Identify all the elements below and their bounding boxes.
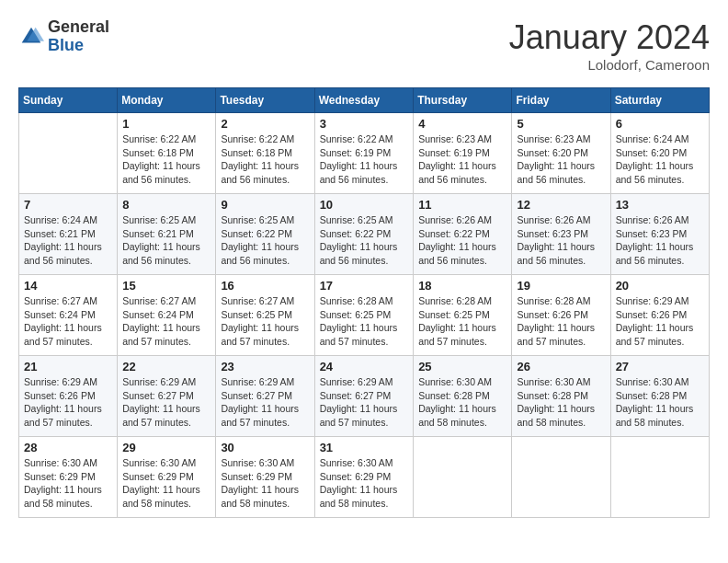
- calendar-cell: 7Sunrise: 6:24 AMSunset: 6:21 PMDaylight…: [19, 194, 118, 275]
- day-number: 2: [221, 117, 309, 131]
- day-number: 26: [517, 360, 605, 373]
- day-number: 6: [616, 117, 704, 131]
- calendar-cell: 2Sunrise: 6:22 AMSunset: 6:18 PMDaylight…: [216, 113, 314, 194]
- day-number: 4: [418, 117, 506, 131]
- calendar-title: January 2024: [509, 18, 710, 57]
- day-number: 7: [24, 198, 112, 212]
- calendar-body: 1Sunrise: 6:22 AMSunset: 6:18 PMDaylight…: [19, 113, 710, 518]
- calendar-cell: 17Sunrise: 6:28 AMSunset: 6:25 PMDayligh…: [314, 275, 414, 356]
- day-number: 16: [221, 279, 309, 293]
- page-header: General Blue January 2024 Lolodorf, Came…: [18, 18, 710, 73]
- calendar-cell: 27Sunrise: 6:30 AMSunset: 6:28 PMDayligh…: [610, 356, 709, 437]
- day-detail: Sunrise: 6:29 AMSunset: 6:27 PMDaylight:…: [122, 375, 210, 430]
- calendar-cell: [610, 437, 709, 518]
- calendar-cell: 10Sunrise: 6:25 AMSunset: 6:22 PMDayligh…: [314, 194, 414, 275]
- calendar-header: SundayMondayTuesdayWednesdayThursdayFrid…: [19, 88, 710, 113]
- calendar-cell: 16Sunrise: 6:27 AMSunset: 6:25 PMDayligh…: [216, 275, 314, 356]
- day-detail: Sunrise: 6:28 AMSunset: 6:25 PMDaylight:…: [320, 294, 409, 349]
- calendar-cell: 12Sunrise: 6:26 AMSunset: 6:23 PMDayligh…: [512, 194, 610, 275]
- logo-blue: Blue: [48, 37, 109, 55]
- calendar-cell: 3Sunrise: 6:22 AMSunset: 6:19 PMDaylight…: [314, 113, 414, 194]
- day-detail: Sunrise: 6:30 AMSunset: 6:29 PMDaylight:…: [122, 456, 210, 511]
- day-number: 18: [418, 279, 506, 293]
- logo-general: General: [48, 18, 109, 37]
- calendar-location: Lolodorf, Cameroon: [509, 57, 710, 73]
- day-number: 27: [616, 360, 704, 373]
- day-number: 19: [517, 279, 605, 293]
- calendar-cell: 13Sunrise: 6:26 AMSunset: 6:23 PMDayligh…: [610, 194, 709, 275]
- day-number: 21: [24, 360, 112, 373]
- calendar-cell: 30Sunrise: 6:30 AMSunset: 6:29 PMDayligh…: [216, 437, 314, 518]
- day-number: 25: [418, 360, 506, 373]
- day-detail: Sunrise: 6:28 AMSunset: 6:26 PMDaylight:…: [517, 294, 605, 349]
- weekday-header: Tuesday: [216, 88, 314, 113]
- calendar-cell: 1Sunrise: 6:22 AMSunset: 6:18 PMDaylight…: [118, 113, 216, 194]
- day-detail: Sunrise: 6:27 AMSunset: 6:25 PMDaylight:…: [221, 294, 309, 349]
- day-detail: Sunrise: 6:25 AMSunset: 6:22 PMDaylight:…: [320, 213, 409, 268]
- day-detail: Sunrise: 6:22 AMSunset: 6:18 PMDaylight:…: [122, 132, 210, 187]
- calendar-cell: 28Sunrise: 6:30 AMSunset: 6:29 PMDayligh…: [19, 437, 118, 518]
- day-number: 15: [122, 279, 210, 293]
- calendar-cell: 24Sunrise: 6:29 AMSunset: 6:27 PMDayligh…: [314, 356, 414, 437]
- calendar-week-row: 14Sunrise: 6:27 AMSunset: 6:24 PMDayligh…: [19, 275, 710, 356]
- day-detail: Sunrise: 6:30 AMSunset: 6:28 PMDaylight:…: [616, 375, 704, 430]
- calendar-cell: 21Sunrise: 6:29 AMSunset: 6:26 PMDayligh…: [19, 356, 118, 437]
- calendar-cell: 26Sunrise: 6:30 AMSunset: 6:28 PMDayligh…: [512, 356, 610, 437]
- calendar-table: SundayMondayTuesdayWednesdayThursdayFrid…: [18, 87, 710, 518]
- day-number: 12: [517, 198, 605, 212]
- calendar-cell: 11Sunrise: 6:26 AMSunset: 6:22 PMDayligh…: [414, 194, 512, 275]
- day-detail: Sunrise: 6:27 AMSunset: 6:24 PMDaylight:…: [122, 294, 210, 349]
- calendar-cell: 29Sunrise: 6:30 AMSunset: 6:29 PMDayligh…: [118, 437, 216, 518]
- calendar-cell: 22Sunrise: 6:29 AMSunset: 6:27 PMDayligh…: [118, 356, 216, 437]
- day-number: 22: [122, 360, 210, 373]
- day-number: 24: [320, 360, 409, 373]
- logo-text: General Blue: [48, 18, 109, 55]
- logo-icon: [18, 24, 44, 50]
- day-number: 20: [616, 279, 704, 293]
- calendar-week-row: 7Sunrise: 6:24 AMSunset: 6:21 PMDaylight…: [19, 194, 710, 275]
- calendar-cell: 8Sunrise: 6:25 AMSunset: 6:21 PMDaylight…: [118, 194, 216, 275]
- logo: General Blue: [18, 18, 109, 55]
- day-number: 11: [418, 198, 506, 212]
- weekday-header: Wednesday: [314, 88, 414, 113]
- day-detail: Sunrise: 6:29 AMSunset: 6:27 PMDaylight:…: [320, 375, 409, 430]
- calendar-cell: 31Sunrise: 6:30 AMSunset: 6:29 PMDayligh…: [314, 437, 414, 518]
- weekday-header: Sunday: [19, 88, 118, 113]
- day-detail: Sunrise: 6:30 AMSunset: 6:29 PMDaylight:…: [320, 456, 409, 511]
- day-number: 9: [221, 198, 309, 212]
- day-detail: Sunrise: 6:25 AMSunset: 6:22 PMDaylight:…: [221, 213, 309, 268]
- day-number: 1: [122, 117, 210, 131]
- calendar-week-row: 1Sunrise: 6:22 AMSunset: 6:18 PMDaylight…: [19, 113, 710, 194]
- day-detail: Sunrise: 6:29 AMSunset: 6:26 PMDaylight:…: [24, 375, 112, 430]
- day-detail: Sunrise: 6:30 AMSunset: 6:28 PMDaylight:…: [418, 375, 506, 430]
- calendar-cell: [512, 437, 610, 518]
- day-detail: Sunrise: 6:22 AMSunset: 6:19 PMDaylight:…: [320, 132, 409, 187]
- calendar-cell: 4Sunrise: 6:23 AMSunset: 6:19 PMDaylight…: [414, 113, 512, 194]
- day-detail: Sunrise: 6:23 AMSunset: 6:19 PMDaylight:…: [418, 132, 506, 187]
- day-detail: Sunrise: 6:29 AMSunset: 6:27 PMDaylight:…: [221, 375, 309, 430]
- calendar-cell: 6Sunrise: 6:24 AMSunset: 6:20 PMDaylight…: [610, 113, 709, 194]
- calendar-cell: 19Sunrise: 6:28 AMSunset: 6:26 PMDayligh…: [512, 275, 610, 356]
- calendar-cell: 15Sunrise: 6:27 AMSunset: 6:24 PMDayligh…: [118, 275, 216, 356]
- calendar-cell: 9Sunrise: 6:25 AMSunset: 6:22 PMDaylight…: [216, 194, 314, 275]
- weekday-header: Monday: [118, 88, 216, 113]
- day-number: 23: [221, 360, 309, 373]
- day-detail: Sunrise: 6:28 AMSunset: 6:25 PMDaylight:…: [418, 294, 506, 349]
- day-detail: Sunrise: 6:22 AMSunset: 6:18 PMDaylight:…: [221, 132, 309, 187]
- day-detail: Sunrise: 6:30 AMSunset: 6:29 PMDaylight:…: [221, 456, 309, 511]
- day-number: 28: [24, 441, 112, 454]
- day-detail: Sunrise: 6:23 AMSunset: 6:20 PMDaylight:…: [517, 132, 605, 187]
- day-number: 17: [320, 279, 409, 293]
- day-detail: Sunrise: 6:30 AMSunset: 6:29 PMDaylight:…: [24, 456, 112, 511]
- calendar-week-row: 28Sunrise: 6:30 AMSunset: 6:29 PMDayligh…: [19, 437, 710, 518]
- day-number: 13: [616, 198, 704, 212]
- day-number: 30: [221, 441, 309, 454]
- day-number: 8: [122, 198, 210, 212]
- day-detail: Sunrise: 6:24 AMSunset: 6:21 PMDaylight:…: [24, 213, 112, 268]
- day-detail: Sunrise: 6:27 AMSunset: 6:24 PMDaylight:…: [24, 294, 112, 349]
- day-detail: Sunrise: 6:24 AMSunset: 6:20 PMDaylight:…: [616, 132, 704, 187]
- day-detail: Sunrise: 6:26 AMSunset: 6:23 PMDaylight:…: [616, 213, 704, 268]
- calendar-cell: 23Sunrise: 6:29 AMSunset: 6:27 PMDayligh…: [216, 356, 314, 437]
- day-number: 5: [517, 117, 605, 131]
- calendar-cell: 14Sunrise: 6:27 AMSunset: 6:24 PMDayligh…: [19, 275, 118, 356]
